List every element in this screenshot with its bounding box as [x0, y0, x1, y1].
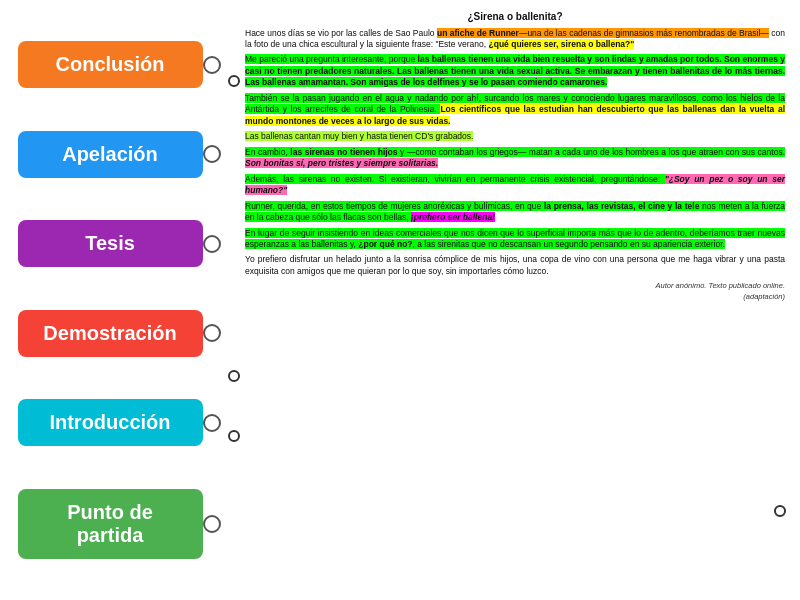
para5-text: En cambio, las sirenas no tienen hijos y…	[245, 147, 785, 168]
bullet-apelacion	[228, 370, 240, 382]
demostracion-label: Demostración	[43, 322, 176, 345]
paragraph-2: Me pareció una pregunta interesante, por…	[245, 54, 785, 88]
para1-text: Hace unos días se vio por las calles de …	[245, 28, 785, 49]
para4-text: Las ballenas cantan muy bien y hasta tie…	[245, 131, 473, 141]
sidebar-item-tesis[interactable]: Tesis	[18, 220, 203, 267]
conclusion-label: Conclusión	[56, 53, 165, 76]
bullet-introduccion	[228, 430, 240, 442]
bullet-right-partida	[774, 505, 786, 517]
paragraph-5: En cambio, las sirenas no tienen hijos y…	[245, 147, 785, 170]
tesis-label: Tesis	[85, 232, 135, 255]
sidebar-item-introduccion[interactable]: Introducción	[18, 399, 203, 446]
paragraph-1: Hace unos días se vio por las calles de …	[245, 28, 785, 51]
content-title: ¿Sirena o ballenita?	[245, 10, 785, 24]
paragraph-7: Runner, querida, en estos tiempos de muj…	[245, 201, 785, 224]
para6-text: Además, las sirenas no existen. Si exist…	[245, 174, 785, 195]
partida-label: Punto departida	[67, 501, 153, 547]
paragraph-9: Yo prefiero disfrutar un helado junto a …	[245, 254, 785, 277]
paragraph-6: Además, las sirenas no existen. Si exist…	[245, 174, 785, 197]
sidebar-item-conclusion[interactable]: Conclusión	[18, 41, 203, 88]
sidebar-item-partida[interactable]: Punto departida	[18, 489, 203, 559]
sidebar-item-apelacion[interactable]: Apelación	[18, 131, 203, 178]
para7-text: Runner, querida, en estos tiempos de muj…	[245, 201, 785, 222]
para9-text: Yo prefiero disfrutar un helado junto a …	[245, 254, 785, 275]
sidebar: Conclusión Apelación Tesis Demostración …	[0, 0, 220, 600]
attribution: Autor anónimo. Texto publicado online.(a…	[245, 281, 785, 301]
paragraph-4: Las ballenas cantan muy bien y hasta tie…	[245, 131, 785, 142]
introduccion-label: Introducción	[49, 411, 170, 434]
para3-text: También se la pasan jugando en el agua y…	[245, 93, 785, 126]
paragraph-8: En lugar de seguir insistiendo en ideas …	[245, 228, 785, 251]
para2-text: Me pareció una pregunta interesante, por…	[245, 54, 785, 87]
sidebar-item-demostracion[interactable]: Demostración	[18, 310, 203, 357]
content-area: ¿Sirena o ballenita? Hace unos días se v…	[220, 0, 800, 600]
bullet-conclusion	[228, 75, 240, 87]
para8-text: En lugar de seguir insistiendo en ideas …	[245, 228, 785, 249]
apelacion-label: Apelación	[62, 143, 158, 166]
paragraph-3: También se la pasan jugando en el agua y…	[245, 93, 785, 127]
